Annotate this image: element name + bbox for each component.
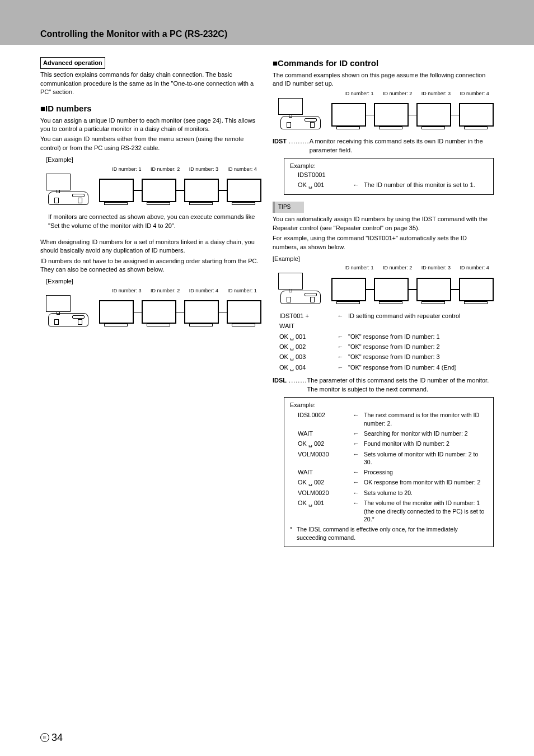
arrow-icon: ← [332, 363, 348, 372]
arrow-icon: ← [332, 353, 348, 361]
arrow-icon: ← [348, 430, 364, 438]
cmd-text: VOLM0020 [298, 489, 348, 497]
idsl-row: IDSL0002←The next command is for the mon… [298, 411, 488, 427]
diagram-labels-3: ID number: 1ID number: 2ID number: 3ID n… [340, 90, 494, 97]
idsl-definition: IDSL ........ The parameter of this comm… [273, 376, 494, 394]
page-number: E 34 [40, 731, 63, 745]
idsl-row: WAIT←Processing [298, 468, 488, 477]
response-text: Sets volume to 20. [364, 489, 413, 497]
id-paragraph-4: When designating ID numbers for a set of… [40, 238, 261, 255]
diagram-labels-1: ID number: 1ID number: 2ID number: 3ID n… [107, 166, 261, 173]
idsl-row: WAIT←Searching for monitor with ID numbe… [298, 430, 488, 438]
cmd-text: WAIT [298, 468, 348, 477]
idsl-row: OK ␣ 002←OK response from monitor with I… [298, 478, 488, 487]
cmd-text: OK ␣ 002 [298, 478, 348, 487]
response-text: Sets volume of monitor with ID number: 2… [364, 450, 488, 466]
tips-paragraph-2: For example, using the command "IDST001+… [273, 234, 494, 251]
daisy-chain-diagram-1 [46, 174, 261, 207]
idst-definition: IDST ......... A monitor receiving this … [273, 137, 494, 155]
id-numbers-heading: ■ID numbers [40, 102, 261, 114]
arrow-icon: ← [348, 181, 364, 189]
response-line: OK ␣ 002←"OK" response from ID number: 2 [279, 343, 494, 351]
id-paragraph-2: You can assign ID numbers either from th… [40, 135, 261, 152]
id-paragraph-3: If monitors are connected as shown above… [48, 213, 261, 230]
arrow-icon: ← [348, 450, 364, 459]
repeater-response-list: IDST001 +←ID setting command with repeat… [273, 312, 494, 372]
idsl-row: OK ␣ 002←Found monitor with ID number: 2 [298, 440, 488, 448]
idst-cmd: IDST0001 [298, 171, 488, 179]
cmd-text: OK ␣ 003 [279, 353, 332, 361]
page-title: Controlling the Monitor with a PC (RS-23… [40, 28, 227, 40]
response-text: "OK" response from ID number: 4 (End) [348, 363, 457, 372]
advanced-op-heading: Advanced operation [40, 57, 105, 69]
idsl-row: VOLM0020←Sets volume to 20. [298, 489, 488, 497]
response-text: Searching for monitor with ID number: 2 [364, 430, 468, 438]
response-line: IDST001 +←ID setting command with repeat… [279, 312, 494, 320]
response-line: OK ␣ 004←"OK" response from ID number: 4… [279, 363, 494, 372]
footnote-star: * [290, 525, 297, 542]
example-title: Example: [290, 162, 488, 170]
idst-resp-left: OK ␣ 001 [298, 181, 348, 189]
cmd-paragraph-1: The command examples shown on this page … [273, 71, 494, 88]
example-title: Example: [290, 401, 488, 409]
cmd-text: OK ␣ 002 [298, 440, 348, 448]
lang-badge: E [40, 733, 49, 742]
arrow-icon: ← [332, 312, 348, 320]
cmd-text: VOLM0030 [298, 450, 348, 459]
cmd-text: OK ␣ 002 [279, 343, 332, 351]
arrow-icon: ← [348, 489, 364, 497]
response-text: The next command is for the monitor with… [364, 411, 488, 427]
idst-example-box: Example: IDST0001 OK ␣ 001 ← The ID numb… [284, 158, 494, 195]
arrow-icon: ← [348, 411, 364, 419]
example-label-1: [Example] [46, 156, 261, 164]
cmd-text: WAIT [298, 430, 348, 438]
response-line: WAIT [279, 322, 494, 330]
response-text: "OK" response from ID number: 1 [348, 333, 440, 341]
cmd-text: OK ␣ 001 [279, 333, 332, 341]
cmd-text: OK ␣ 001 [298, 499, 348, 507]
cmd-text: IDSL0002 [298, 411, 348, 419]
arrow-icon: ← [332, 343, 348, 351]
arrow-icon: ← [348, 478, 364, 487]
idsl-footnote: The IDSL command is effective only once,… [297, 525, 488, 542]
idst-resp-right: The ID number of this monitor is set to … [364, 181, 475, 189]
response-text: OK response from monitor with ID number:… [364, 478, 480, 487]
diagram-labels-4: ID number: 1ID number: 2ID number: 3ID n… [340, 264, 494, 272]
id-paragraph-1: You can assign a unique ID number to eac… [40, 116, 261, 134]
arrow-icon: ← [332, 333, 348, 341]
left-column: Advanced operation This section explains… [40, 57, 261, 550]
idsl-row: VOLM0030←Sets volume of monitor with ID … [298, 450, 488, 466]
response-text: The volume of the monitor with ID number… [364, 499, 488, 524]
response-text: Processing [364, 468, 393, 477]
idsl-example-box: Example: IDSL0002←The next command is fo… [284, 397, 494, 547]
arrow-icon: ← [348, 468, 364, 477]
pc-icon [278, 273, 331, 306]
pc-icon [46, 174, 99, 207]
response-text: "OK" response from ID number: 3 [348, 353, 440, 361]
cmd-text: WAIT [279, 322, 332, 330]
response-text: "OK" response from ID number: 2 [348, 343, 440, 351]
cmd-text: OK ␣ 004 [279, 363, 332, 372]
response-text: ID setting command with repeater control [348, 312, 461, 320]
response-line: OK ␣ 003←"OK" response from ID number: 3 [279, 353, 494, 361]
tips-heading: TIPS [273, 202, 304, 213]
example-label-2: [Example] [46, 277, 261, 286]
adv-paragraph: This section explains commands for daisy… [40, 71, 261, 96]
cmd-text: IDST001 + [279, 312, 332, 320]
response-line: OK ␣ 001←"OK" response from ID number: 1 [279, 333, 494, 341]
daisy-chain-diagram-4 [278, 273, 494, 306]
arrow-icon: ← [348, 499, 364, 507]
idsl-row: OK ␣ 001←The volume of the monitor with … [298, 499, 488, 524]
daisy-chain-diagram-2 [46, 295, 261, 329]
right-column: ■Commands for ID control The command exa… [273, 57, 494, 550]
commands-id-heading: ■Commands for ID control [273, 57, 494, 69]
id-paragraph-5: ID numbers do not have to be assigned in… [40, 257, 261, 274]
pc-icon [46, 295, 99, 329]
diagram-labels-2: ID number: 3ID number: 2ID number: 4ID n… [107, 287, 261, 295]
response-text: Found monitor with ID number: 2 [364, 440, 449, 448]
pc-icon [278, 98, 331, 132]
example-label-3: [Example] [273, 255, 494, 263]
tips-paragraph-1: You can automatically assign ID numbers … [273, 215, 494, 232]
daisy-chain-diagram-3 [278, 98, 494, 132]
arrow-icon: ← [348, 440, 364, 448]
